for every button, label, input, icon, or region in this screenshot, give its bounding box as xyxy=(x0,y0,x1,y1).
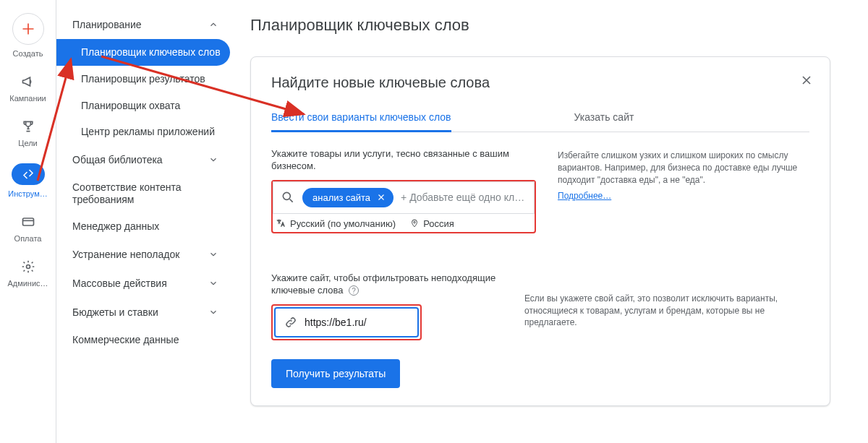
learn-more-link[interactable]: Подробнее… xyxy=(558,190,611,202)
nav-item-app-ads-hub[interactable]: Центр рекламы приложений xyxy=(72,119,230,145)
megaphone-icon xyxy=(20,74,36,90)
search-icon xyxy=(281,190,295,205)
rail-create-label: Создать xyxy=(13,49,43,58)
rail-tools-button[interactable]: Инструм… xyxy=(0,163,56,198)
chevron-down-icon xyxy=(208,278,218,288)
trophy-icon xyxy=(20,119,36,134)
rail-billing-button[interactable]: Оплата xyxy=(0,214,56,243)
keyword-chip[interactable]: анализ сайта xyxy=(302,188,393,207)
nav-item-compliance[interactable]: Соответствие контента требованиям xyxy=(72,174,230,213)
rail-goals-button[interactable]: Цели xyxy=(0,119,56,147)
svg-rect-0 xyxy=(22,218,33,225)
main-content: Планировщик ключевых слов Найдите новые … xyxy=(230,0,868,443)
tip-text-2: Если вы укажете свой сайт, это позволит … xyxy=(524,293,809,329)
help-icon[interactable]: ? xyxy=(349,285,359,296)
url-input-highlight: https://be1.ru/ xyxy=(271,304,422,340)
rail-admin-button[interactable]: Админис… xyxy=(0,259,56,288)
chip-close-icon[interactable] xyxy=(376,192,386,202)
language-selector[interactable]: Русский (по умолчанию) xyxy=(276,218,396,229)
rail-campaigns-label: Кампании xyxy=(9,94,46,103)
chevron-up-icon xyxy=(208,20,218,30)
keyword-chip-input[interactable]: анализ сайта + Добавьте ещё одно ключ... xyxy=(273,181,535,214)
site-url-input[interactable]: https://be1.ru/ xyxy=(274,307,419,337)
location-pin-icon xyxy=(410,219,419,228)
chevron-down-icon xyxy=(208,155,218,165)
chevron-down-icon xyxy=(208,307,218,317)
nav-item-keyword-planner[interactable]: Планировщик ключевых слов xyxy=(56,39,230,66)
location-label: Россия xyxy=(423,218,454,229)
plus-icon xyxy=(12,13,44,45)
rail-billing-label: Оплата xyxy=(14,234,42,243)
tools-icon xyxy=(20,166,36,182)
nav-item-commercial[interactable]: Коммерческие данные xyxy=(72,327,230,353)
gear-icon xyxy=(20,259,36,275)
rail-tools-pill xyxy=(12,163,45,185)
nav-section-shared-label: Общая библиотека xyxy=(72,154,163,165)
keyword-chip-label: анализ сайта xyxy=(312,192,370,203)
svg-point-3 xyxy=(414,222,416,224)
tab-enter-site[interactable]: Указать сайт xyxy=(574,104,634,132)
rail-create-button[interactable]: Создать xyxy=(0,13,56,58)
nav-section-planning[interactable]: Планирование xyxy=(72,10,230,39)
nav-section-trouble-label: Устранение неполадок xyxy=(72,249,179,260)
chevron-down-icon xyxy=(208,249,218,259)
card-title: Найдите новые ключевые слова xyxy=(271,74,809,91)
svg-point-2 xyxy=(283,193,290,200)
tip-text-1: Избегайте слишком узких и слишком широки… xyxy=(558,150,809,186)
translate-icon xyxy=(276,218,286,228)
keyword-input-highlight: анализ сайта + Добавьте ещё одно ключ...… xyxy=(271,180,536,233)
nav-section-budgets-label: Бюджеты и ставки xyxy=(72,306,158,318)
nav-section-bulk-label: Массовые действия xyxy=(72,278,167,289)
field-label-site: Укажите сайт, чтобы отфильтровать неподх… xyxy=(271,272,503,297)
nav-item-performance-planner[interactable]: Планировщик результатов xyxy=(72,66,230,93)
location-selector[interactable]: Россия xyxy=(410,218,454,229)
nav-item-data-manager[interactable]: Менеджер данных xyxy=(72,213,230,240)
close-icon[interactable] xyxy=(799,73,814,90)
left-rail: Создать Кампании Цели Инструм… xyxy=(0,0,56,443)
keyword-add-placeholder[interactable]: + Добавьте ещё одно ключ... xyxy=(401,192,527,203)
field-label-site-text: Укажите сайт, чтобы отфильтровать неподх… xyxy=(271,272,495,296)
field-label-products: Укажите товары или услуги, тесно связанн… xyxy=(271,148,536,173)
keyword-card: Найдите новые ключевые слова Ввести свои… xyxy=(250,56,830,406)
language-label: Русский (по умолчанию) xyxy=(290,218,396,229)
nav-item-reach-planner[interactable]: Планировщик охвата xyxy=(72,93,230,119)
rail-tools-label: Инструм… xyxy=(8,189,47,198)
nav-section-shared[interactable]: Общая библиотека xyxy=(72,145,230,174)
rail-campaigns-button[interactable]: Кампании xyxy=(0,74,56,103)
nav-section-planning-label: Планирование xyxy=(72,19,142,30)
rail-goals-label: Цели xyxy=(18,139,37,147)
link-icon xyxy=(284,316,297,329)
rail-admin-label: Админис… xyxy=(7,279,48,288)
nav-section-bulk[interactable]: Массовые действия xyxy=(72,269,230,298)
nav-section-trouble[interactable]: Устранение неполадок xyxy=(72,240,230,269)
nav-section-budgets[interactable]: Бюджеты и ставки xyxy=(72,298,230,327)
sidenav: Планирование Планировщик ключевых слов П… xyxy=(56,0,230,443)
tab-enter-keywords[interactable]: Ввести свои варианты ключевых слов xyxy=(271,104,451,132)
page-title: Планировщик ключевых слов xyxy=(250,16,848,35)
tabs: Ввести свои варианты ключевых слов Указа… xyxy=(271,104,809,132)
svg-point-1 xyxy=(26,265,30,269)
submit-button[interactable]: Получить результаты xyxy=(271,359,400,388)
card-icon xyxy=(20,214,36,230)
site-url-value: https://be1.ru/ xyxy=(305,317,367,328)
